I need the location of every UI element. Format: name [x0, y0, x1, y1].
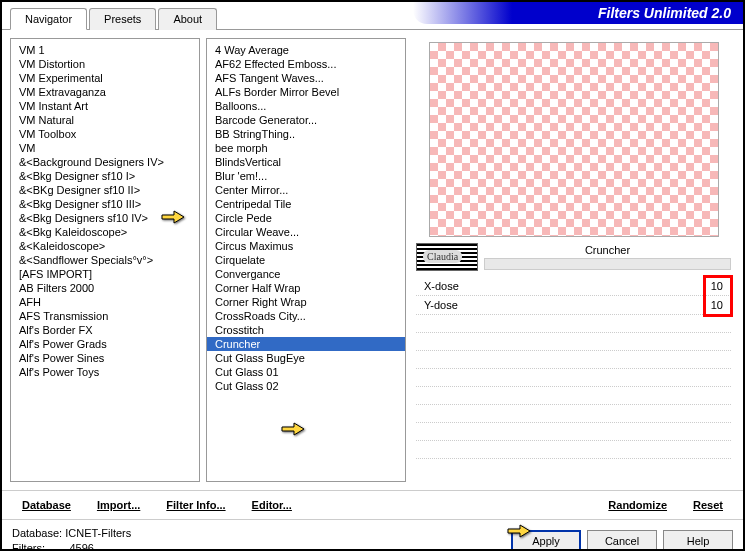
list-item[interactable]: AFS Transmission [11, 309, 199, 323]
list-item[interactable]: AB Filters 2000 [11, 281, 199, 295]
category-list[interactable]: VM 1VM DistortionVM ExperimentalVM Extra… [10, 38, 200, 482]
list-item[interactable]: VM Experimental [11, 71, 199, 85]
list-item[interactable]: VM 1 [11, 43, 199, 57]
list-item[interactable]: Alf's Power Toys [11, 365, 199, 379]
list-item[interactable]: Blur 'em!... [207, 169, 405, 183]
list-item[interactable]: AFH [11, 295, 199, 309]
editor-button[interactable]: Editor... [242, 495, 302, 515]
param-row[interactable]: X-dose10 [416, 277, 731, 296]
list-item[interactable]: &<Bkg Kaleidoscope> [11, 225, 199, 239]
parameter-panel: X-dose10Y-dose10 [416, 277, 731, 459]
list-item[interactable]: Corner Right Wrap [207, 295, 405, 309]
list-item[interactable]: Cruncher [207, 337, 405, 351]
randomize-button[interactable]: Randomize [598, 495, 677, 515]
param-name: X-dose [424, 280, 459, 292]
param-value: 10 [711, 280, 723, 292]
list-item[interactable]: &<Kaleidoscope> [11, 239, 199, 253]
import-button[interactable]: Import... [87, 495, 150, 515]
logo-badge [416, 243, 478, 271]
param-name: Y-dose [424, 299, 458, 311]
apply-button[interactable]: Apply [511, 530, 581, 551]
list-item[interactable]: BlindsVertical [207, 155, 405, 169]
list-item[interactable]: Centripedal Tile [207, 197, 405, 211]
list-item[interactable]: Convergance [207, 267, 405, 281]
list-item[interactable]: &<Background Designers IV> [11, 155, 199, 169]
cancel-button[interactable]: Cancel [587, 530, 657, 551]
list-item[interactable]: Alf's Power Grads [11, 337, 199, 351]
list-item[interactable]: [AFS IMPORT] [11, 267, 199, 281]
list-item[interactable]: Cut Glass BugEye [207, 351, 405, 365]
filter-list[interactable]: 4 Way AverageAF62 Effected Emboss...AFS … [206, 38, 406, 482]
list-item[interactable]: Cut Glass 02 [207, 379, 405, 393]
tab-about[interactable]: About [158, 8, 217, 30]
list-item[interactable]: &<BKg Designer sf10 II> [11, 183, 199, 197]
list-item[interactable]: VM [11, 141, 199, 155]
window-title: Filters Unlimited 2.0 [413, 2, 743, 24]
list-item[interactable]: Alf's Power Sines [11, 351, 199, 365]
help-button[interactable]: Help [663, 530, 733, 551]
list-item[interactable]: Center Mirror... [207, 183, 405, 197]
list-item[interactable]: &<Bkg Designers sf10 IV> [11, 211, 199, 225]
list-item[interactable]: CrossRoads City... [207, 309, 405, 323]
filter-info-button[interactable]: Filter Info... [156, 495, 235, 515]
list-item[interactable]: Crosstitch [207, 323, 405, 337]
list-item[interactable]: AF62 Effected Emboss... [207, 57, 405, 71]
database-button[interactable]: Database [12, 495, 81, 515]
list-item[interactable]: Circus Maximus [207, 239, 405, 253]
list-item[interactable]: VM Distortion [11, 57, 199, 71]
reset-button[interactable]: Reset [683, 495, 733, 515]
list-item[interactable]: Cirquelate [207, 253, 405, 267]
list-item[interactable]: bee morph [207, 141, 405, 155]
param-row[interactable]: Y-dose10 [416, 296, 731, 315]
tab-strip: Navigator Presets About [10, 8, 219, 30]
tab-navigator[interactable]: Navigator [10, 8, 87, 30]
list-item[interactable]: Alf's Border FX [11, 323, 199, 337]
list-item[interactable]: &<Sandflower Specials°v°> [11, 253, 199, 267]
list-item[interactable]: AFS Tangent Waves... [207, 71, 405, 85]
list-item[interactable]: ALFs Border Mirror Bevel [207, 85, 405, 99]
status-info: Database: ICNET-Filters Filters: 4596 [12, 526, 131, 551]
list-item[interactable]: VM Extravaganza [11, 85, 199, 99]
list-item[interactable]: Barcode Generator... [207, 113, 405, 127]
list-item[interactable]: Circular Weave... [207, 225, 405, 239]
list-item[interactable]: Cut Glass 01 [207, 365, 405, 379]
list-item[interactable]: Corner Half Wrap [207, 281, 405, 295]
list-item[interactable]: &<Bkg Designer sf10 III> [11, 197, 199, 211]
param-value: 10 [711, 299, 723, 311]
tab-presets[interactable]: Presets [89, 8, 156, 30]
list-item[interactable]: Balloons... [207, 99, 405, 113]
list-item[interactable]: VM Toolbox [11, 127, 199, 141]
preview-area [429, 42, 719, 237]
list-item[interactable]: VM Natural [11, 113, 199, 127]
current-filter-name: Cruncher [484, 244, 731, 256]
list-item[interactable]: VM Instant Art [11, 99, 199, 113]
list-item[interactable]: BB StringThing.. [207, 127, 405, 141]
filter-bar [484, 258, 731, 270]
list-item[interactable]: Circle Pede [207, 211, 405, 225]
list-item[interactable]: 4 Way Average [207, 43, 405, 57]
list-item[interactable]: &<Bkg Designer sf10 I> [11, 169, 199, 183]
